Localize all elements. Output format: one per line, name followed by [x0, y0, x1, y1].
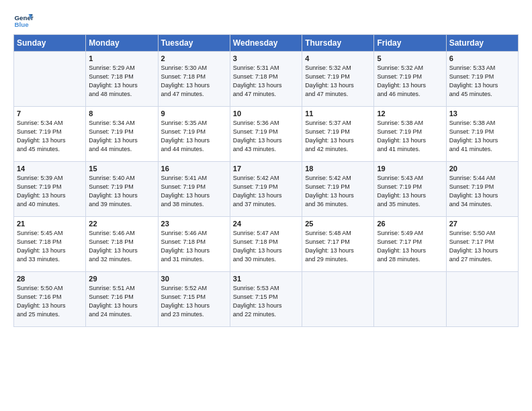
day-info: Sunrise: 5:50 AM Sunset: 7:16 PM Dayligh…	[17, 284, 83, 319]
header: General Blue	[13, 10, 519, 30]
logo-icon: General Blue	[13, 10, 34, 30]
day-cell	[14, 52, 86, 107]
svg-text:Blue: Blue	[15, 21, 30, 28]
day-number: 6	[449, 54, 515, 62]
column-header-tuesday: Tuesday	[158, 35, 230, 52]
day-info: Sunrise: 5:33 AM Sunset: 7:19 PM Dayligh…	[449, 64, 515, 99]
day-number: 10	[233, 109, 299, 118]
day-cell: 30Sunrise: 5:52 AM Sunset: 7:15 PM Dayli…	[158, 272, 230, 327]
day-number: 14	[17, 165, 83, 173]
day-number: 7	[17, 109, 83, 118]
calendar-body: 1Sunrise: 5:29 AM Sunset: 7:18 PM Daylig…	[14, 52, 519, 327]
day-cell: 14Sunrise: 5:39 AM Sunset: 7:19 PM Dayli…	[14, 162, 86, 217]
day-number: 17	[233, 165, 299, 173]
day-info: Sunrise: 5:45 AM Sunset: 7:18 PM Dayligh…	[17, 229, 83, 264]
day-info: Sunrise: 5:50 AM Sunset: 7:17 PM Dayligh…	[449, 229, 515, 264]
day-info: Sunrise: 5:46 AM Sunset: 7:18 PM Dayligh…	[161, 229, 227, 264]
day-cell: 5Sunrise: 5:32 AM Sunset: 7:19 PM Daylig…	[374, 52, 446, 107]
day-number: 25	[305, 220, 371, 228]
day-number: 18	[305, 165, 371, 173]
day-cell: 15Sunrise: 5:40 AM Sunset: 7:19 PM Dayli…	[86, 162, 158, 217]
column-header-friday: Friday	[374, 35, 446, 52]
day-cell: 7Sunrise: 5:34 AM Sunset: 7:19 PM Daylig…	[14, 107, 86, 162]
day-info: Sunrise: 5:35 AM Sunset: 7:19 PM Dayligh…	[161, 119, 227, 154]
week-row-1: 1Sunrise: 5:29 AM Sunset: 7:18 PM Daylig…	[14, 52, 519, 107]
day-number: 15	[89, 165, 154, 173]
day-info: Sunrise: 5:34 AM Sunset: 7:19 PM Dayligh…	[17, 119, 83, 154]
day-info: Sunrise: 5:36 AM Sunset: 7:19 PM Dayligh…	[233, 119, 299, 154]
day-number: 22	[89, 220, 154, 228]
day-info: Sunrise: 5:41 AM Sunset: 7:19 PM Dayligh…	[161, 174, 227, 209]
day-cell: 2Sunrise: 5:30 AM Sunset: 7:18 PM Daylig…	[158, 52, 230, 107]
day-number: 27	[449, 220, 515, 228]
day-number: 31	[233, 275, 299, 283]
day-number: 28	[17, 275, 83, 283]
day-number: 24	[233, 220, 299, 228]
day-cell: 10Sunrise: 5:36 AM Sunset: 7:19 PM Dayli…	[230, 107, 302, 162]
day-number: 20	[449, 165, 515, 173]
day-number: 21	[17, 220, 83, 228]
page-container: General Blue SundayMondayTuesdayWednesda…	[0, 0, 532, 334]
day-cell	[302, 272, 374, 327]
day-cell: 31Sunrise: 5:53 AM Sunset: 7:15 PM Dayli…	[230, 272, 302, 327]
day-cell: 21Sunrise: 5:45 AM Sunset: 7:18 PM Dayli…	[14, 217, 86, 272]
day-info: Sunrise: 5:51 AM Sunset: 7:16 PM Dayligh…	[89, 284, 154, 319]
day-info: Sunrise: 5:42 AM Sunset: 7:19 PM Dayligh…	[305, 174, 371, 209]
day-number: 5	[377, 54, 443, 62]
week-row-4: 21Sunrise: 5:45 AM Sunset: 7:18 PM Dayli…	[14, 217, 519, 272]
day-cell: 28Sunrise: 5:50 AM Sunset: 7:16 PM Dayli…	[14, 272, 86, 327]
week-row-2: 7Sunrise: 5:34 AM Sunset: 7:19 PM Daylig…	[14, 107, 519, 162]
day-cell: 11Sunrise: 5:37 AM Sunset: 7:19 PM Dayli…	[302, 107, 374, 162]
day-info: Sunrise: 5:52 AM Sunset: 7:15 PM Dayligh…	[161, 284, 227, 319]
day-number: 30	[161, 275, 227, 283]
day-number: 13	[449, 109, 515, 118]
day-cell: 24Sunrise: 5:47 AM Sunset: 7:18 PM Dayli…	[230, 217, 302, 272]
day-cell: 29Sunrise: 5:51 AM Sunset: 7:16 PM Dayli…	[86, 272, 158, 327]
column-header-saturday: Saturday	[446, 35, 518, 52]
calendar-table: SundayMondayTuesdayWednesdayThursdayFrid…	[13, 34, 519, 327]
day-cell: 27Sunrise: 5:50 AM Sunset: 7:17 PM Dayli…	[446, 217, 518, 272]
day-info: Sunrise: 5:48 AM Sunset: 7:17 PM Dayligh…	[305, 229, 371, 264]
column-header-wednesday: Wednesday	[230, 35, 302, 52]
day-cell: 12Sunrise: 5:38 AM Sunset: 7:19 PM Dayli…	[374, 107, 446, 162]
day-number: 8	[89, 109, 154, 118]
day-number: 1	[89, 54, 154, 62]
day-cell: 20Sunrise: 5:44 AM Sunset: 7:19 PM Dayli…	[446, 162, 518, 217]
day-cell: 3Sunrise: 5:31 AM Sunset: 7:18 PM Daylig…	[230, 52, 302, 107]
day-info: Sunrise: 5:53 AM Sunset: 7:15 PM Dayligh…	[233, 284, 299, 319]
day-cell: 26Sunrise: 5:49 AM Sunset: 7:17 PM Dayli…	[374, 217, 446, 272]
day-cell: 17Sunrise: 5:42 AM Sunset: 7:19 PM Dayli…	[230, 162, 302, 217]
column-header-sunday: Sunday	[14, 35, 86, 52]
day-cell: 9Sunrise: 5:35 AM Sunset: 7:19 PM Daylig…	[158, 107, 230, 162]
day-info: Sunrise: 5:46 AM Sunset: 7:18 PM Dayligh…	[89, 229, 154, 264]
day-cell: 19Sunrise: 5:43 AM Sunset: 7:19 PM Dayli…	[374, 162, 446, 217]
day-cell: 25Sunrise: 5:48 AM Sunset: 7:17 PM Dayli…	[302, 217, 374, 272]
day-number: 23	[161, 220, 227, 228]
day-info: Sunrise: 5:34 AM Sunset: 7:19 PM Dayligh…	[89, 119, 154, 154]
day-cell: 23Sunrise: 5:46 AM Sunset: 7:18 PM Dayli…	[158, 217, 230, 272]
week-row-5: 28Sunrise: 5:50 AM Sunset: 7:16 PM Dayli…	[14, 272, 519, 327]
week-row-3: 14Sunrise: 5:39 AM Sunset: 7:19 PM Dayli…	[14, 162, 519, 217]
day-number: 11	[305, 109, 371, 118]
day-info: Sunrise: 5:38 AM Sunset: 7:19 PM Dayligh…	[449, 119, 515, 154]
day-info: Sunrise: 5:43 AM Sunset: 7:19 PM Dayligh…	[377, 174, 443, 209]
day-number: 26	[377, 220, 443, 228]
day-number: 4	[305, 54, 371, 62]
column-header-monday: Monday	[86, 35, 158, 52]
day-info: Sunrise: 5:49 AM Sunset: 7:17 PM Dayligh…	[377, 229, 443, 264]
day-cell: 8Sunrise: 5:34 AM Sunset: 7:19 PM Daylig…	[86, 107, 158, 162]
day-cell: 22Sunrise: 5:46 AM Sunset: 7:18 PM Dayli…	[86, 217, 158, 272]
day-number: 19	[377, 165, 443, 173]
day-cell	[374, 272, 446, 327]
day-number: 16	[161, 165, 227, 173]
day-cell: 1Sunrise: 5:29 AM Sunset: 7:18 PM Daylig…	[86, 52, 158, 107]
day-info: Sunrise: 5:39 AM Sunset: 7:19 PM Dayligh…	[17, 174, 83, 209]
day-info: Sunrise: 5:30 AM Sunset: 7:18 PM Dayligh…	[161, 64, 227, 99]
day-info: Sunrise: 5:32 AM Sunset: 7:19 PM Dayligh…	[305, 64, 371, 99]
day-cell: 4Sunrise: 5:32 AM Sunset: 7:19 PM Daylig…	[302, 52, 374, 107]
day-number: 29	[89, 275, 154, 283]
logo: General Blue	[13, 10, 34, 30]
day-info: Sunrise: 5:44 AM Sunset: 7:19 PM Dayligh…	[449, 174, 515, 209]
day-cell: 6Sunrise: 5:33 AM Sunset: 7:19 PM Daylig…	[446, 52, 518, 107]
day-cell	[446, 272, 518, 327]
